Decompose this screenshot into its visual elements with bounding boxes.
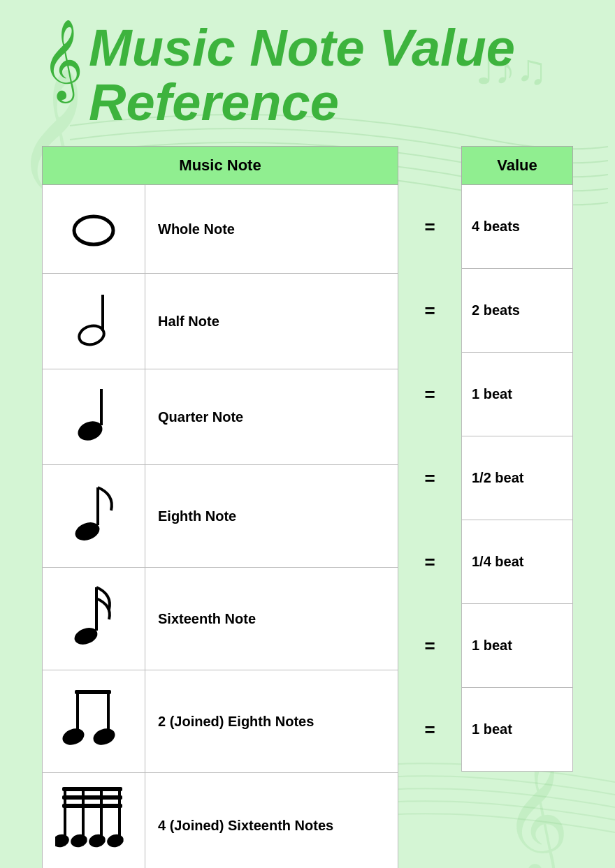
value-2: 2 beats (462, 269, 573, 353)
table-row: 1 beat (462, 353, 573, 436)
eq-1: = (412, 185, 447, 269)
music-notes-table: Music Note Whole Note (42, 146, 398, 868)
half-note-label: Half Note (145, 274, 398, 369)
table-row: 1 beat (462, 688, 573, 772)
table-row: 1/2 beat (462, 436, 573, 520)
value-1: 4 beats (462, 185, 573, 269)
table-row: Whole Note (43, 185, 398, 274)
svg-point-16 (91, 726, 117, 749)
sixteenth-note-label: Sixteenth Note (145, 568, 398, 670)
value-7: 1 beat (462, 688, 573, 772)
table-row: Quarter Note (43, 369, 398, 465)
joined-eighth-notes-label: 2 (Joined) Eighth Notes (145, 670, 398, 773)
value-4: 1/2 beat (462, 436, 573, 520)
table-row: 1/4 beat (462, 520, 573, 604)
svg-rect-12 (75, 690, 111, 694)
eq-7: = (412, 688, 447, 772)
value-6: 1 beat (462, 604, 573, 688)
table-row: 2 beats (462, 269, 573, 353)
joined-sixteenth-notes-label: 4 (Joined) Sixteenth Notes (145, 773, 398, 868)
joined-sixteenth-notes-symbol (43, 773, 145, 868)
svg-point-27 (106, 833, 125, 850)
table-row: 2 (Joined) Eighth Notes (43, 670, 398, 773)
eq-6: = (412, 604, 447, 688)
eq-2: = (412, 269, 447, 353)
eq-4: = (412, 436, 447, 520)
svg-point-14 (62, 726, 87, 749)
treble-clef-icon: 𝄞 (42, 25, 83, 95)
col2-header: Value (462, 147, 573, 185)
value-3: 1 beat (462, 353, 573, 436)
table-row: Sixteenth Note (43, 568, 398, 670)
svg-rect-19 (62, 804, 122, 808)
eighth-note-label: Eighth Note (145, 465, 398, 568)
value-table: Value 4 beats 2 beats 1 beat 1/2 beat 1/… (461, 146, 573, 772)
svg-point-25 (87, 833, 107, 850)
svg-point-23 (69, 833, 89, 850)
sixteenth-note-symbol (43, 568, 145, 670)
table-row: Eighth Note (43, 465, 398, 568)
eq-5: = (412, 520, 447, 604)
svg-rect-18 (62, 795, 122, 800)
svg-point-3 (74, 216, 113, 244)
whole-note-symbol (43, 185, 145, 274)
svg-rect-17 (62, 787, 122, 791)
table-row: Half Note (43, 274, 398, 369)
equals-column: = = = = = = = (412, 146, 447, 772)
quarter-note-symbol (43, 369, 145, 465)
whole-note-label: Whole Note (145, 185, 398, 274)
svg-point-21 (55, 833, 71, 850)
table-row: 1 beat (462, 604, 573, 688)
half-note-symbol (43, 274, 145, 369)
col1-header: Music Note (43, 147, 398, 185)
table-row: 4 (Joined) Sixteenth Notes (43, 773, 398, 868)
table-row: 4 beats (462, 185, 573, 269)
page-title: Music Note Value Reference (89, 21, 515, 129)
value-5: 1/4 beat (462, 520, 573, 604)
eighth-note-symbol (43, 465, 145, 568)
eq-3: = (412, 353, 447, 436)
quarter-note-label: Quarter Note (145, 369, 398, 465)
joined-eighth-notes-symbol (43, 670, 145, 773)
